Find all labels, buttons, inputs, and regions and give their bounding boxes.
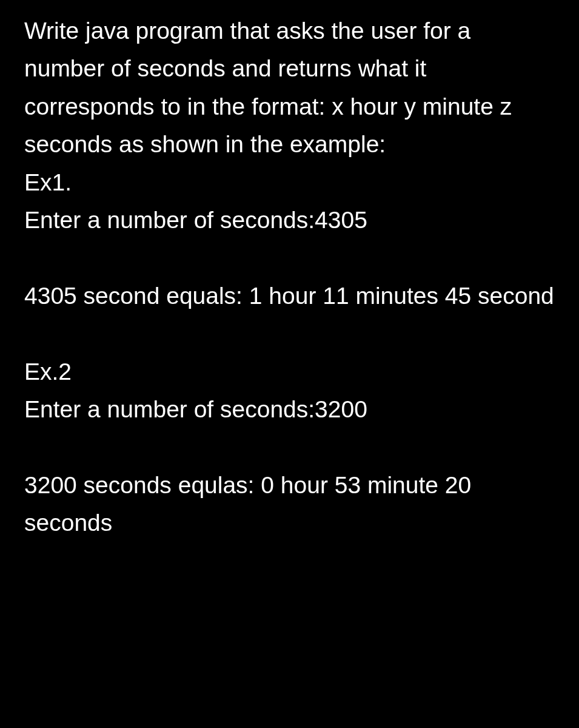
blank-line [24,315,555,352]
example2-output: 3200 seconds equlas: 0 hour 53 minute 20… [24,467,555,542]
blank-line [24,428,555,466]
example2-label: Ex.2 [24,353,555,391]
example1-label: Ex1. [24,164,555,201]
example1-output: 4305 second equals: 1 hour 11 minutes 45… [24,277,555,315]
example1-prompt: Enter a number of seconds:4305 [24,201,555,239]
problem-statement: Write java program that asks the user fo… [24,12,555,164]
blank-line [24,239,555,277]
example2-prompt: Enter a number of seconds:3200 [24,391,555,428]
